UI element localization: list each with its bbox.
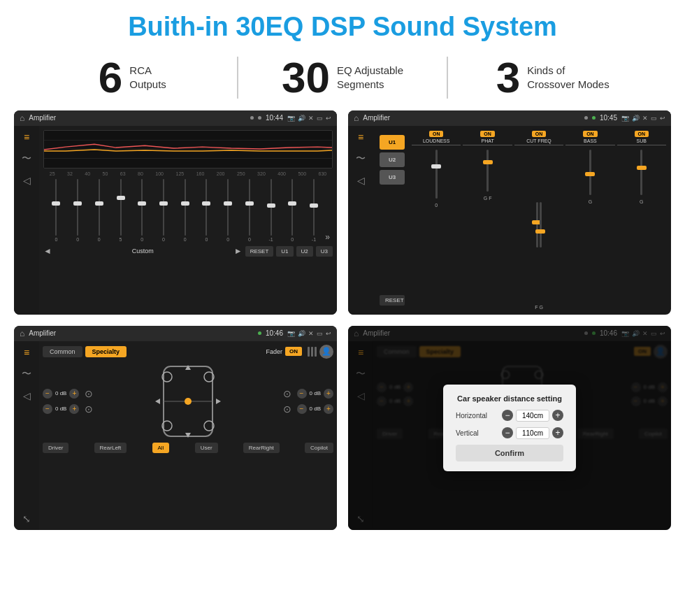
bass-slider[interactable]: [589, 150, 591, 195]
preset-u1[interactable]: U1: [380, 135, 405, 150]
vol-plus-3[interactable]: +: [324, 389, 333, 399]
slider-5[interactable]: 0: [132, 179, 152, 242]
dialog-horizontal-stepper[interactable]: − 140cm +: [502, 410, 563, 422]
slider-8[interactable]: 0: [196, 179, 217, 242]
cutfreq-slider-g[interactable]: [540, 202, 542, 248]
amp-presets: U1 U2 U3 RESET: [377, 129, 408, 311]
vol-plus-1[interactable]: +: [69, 389, 79, 399]
btn-all[interactable]: All: [152, 443, 170, 453]
screen3-time: 10:46: [266, 329, 283, 337]
bass-on[interactable]: ON: [583, 131, 598, 137]
slider-4[interactable]: 5: [110, 179, 131, 242]
reset-btn[interactable]: RESET: [245, 246, 274, 257]
fader-tabs: Common Specialty Fader ON 👤: [43, 345, 333, 359]
vertical-plus-btn[interactable]: +: [552, 427, 563, 438]
wave-icon-2[interactable]: 〜: [356, 152, 366, 165]
speaker-icon-3[interactable]: ◁: [23, 390, 31, 401]
loudness-label: LOUDNESS: [423, 138, 450, 143]
cutfreq-label: CUT FREQ: [526, 138, 551, 143]
tab-specialty[interactable]: Specialty: [85, 346, 127, 357]
phat-slider[interactable]: [486, 150, 489, 192]
sub-on[interactable]: ON: [635, 131, 649, 137]
slider-2[interactable]: 0: [68, 179, 88, 242]
btn-rearleft[interactable]: RearLeft: [94, 443, 127, 453]
bass-label: BASS: [584, 138, 597, 143]
camera-icon-2: 📷: [621, 115, 629, 122]
volume-icon-2: 🔊: [632, 115, 640, 122]
next-btn[interactable]: ►: [234, 246, 243, 256]
speaker-icon[interactable]: ◁: [23, 175, 31, 186]
btn-user[interactable]: User: [195, 443, 218, 453]
slider-12[interactable]: 0: [282, 179, 303, 242]
loudness-divider: [412, 145, 461, 145]
vol-minus-4[interactable]: −: [297, 404, 307, 414]
btn-rearright[interactable]: RearRight: [243, 443, 280, 453]
prev-btn[interactable]: ◄: [43, 246, 52, 256]
status-bar-2: ⌂ Amplifier 10:45 📷 🔊 ✕ ▭ ↩: [348, 110, 671, 126]
back-icon[interactable]: ↩: [326, 115, 331, 122]
expand-icon-3[interactable]: ⤡: [22, 513, 31, 524]
wave-icon[interactable]: 〜: [22, 152, 31, 165]
speaker-icon-2[interactable]: ◁: [357, 175, 365, 186]
screen3-sidebar: ≡ 〜 ◁ ⤡: [14, 341, 39, 530]
eq-icon-2[interactable]: ≡: [358, 131, 363, 143]
u3-btn[interactable]: U3: [316, 246, 333, 257]
svg-rect-0: [44, 131, 332, 168]
slider-3[interactable]: 0: [89, 179, 109, 242]
ctrl-bass: ON BASS G: [565, 131, 614, 310]
screen-eq: ⌂ Amplifier 10:44 📷 🔊 ✕ ▭ ↩ ≡ 〜 ◁: [14, 110, 337, 315]
fader-on-btn[interactable]: ON: [285, 347, 302, 356]
dialog-vertical-stepper[interactable]: − 110cm +: [502, 427, 563, 439]
vertical-minus-btn[interactable]: −: [502, 427, 513, 438]
home-icon-2[interactable]: ⌂: [354, 113, 359, 123]
back-icon-2[interactable]: ↩: [660, 115, 665, 122]
slider-1[interactable]: 0: [46, 179, 66, 242]
page-title: Buith-in 30EQ DSP Sound System: [0, 0, 685, 49]
vol-minus-3[interactable]: −: [297, 389, 307, 399]
slider-9[interactable]: 0: [218, 179, 238, 242]
stat-eq: 30 EQ Adjustable Segments: [252, 56, 433, 99]
slider-13[interactable]: -1: [304, 179, 324, 242]
cutfreq-slider-f[interactable]: [536, 202, 538, 248]
preset-u3[interactable]: U3: [380, 170, 405, 185]
screen2-title: Amplifier: [363, 114, 580, 122]
tab-common[interactable]: Common: [43, 346, 82, 357]
eq-bottom-bar: ◄ Custom ► RESET U1 U2 U3: [43, 246, 333, 257]
vol-plus-4[interactable]: +: [324, 404, 333, 414]
phat-on[interactable]: ON: [480, 131, 495, 137]
back-icon-3[interactable]: ↩: [326, 330, 331, 337]
expand-icon[interactable]: »: [325, 232, 330, 242]
slider-7[interactable]: 0: [175, 179, 195, 242]
stat-label-crossover: Kinds of Crossover Modes: [527, 64, 610, 91]
cutfreq-on[interactable]: ON: [532, 131, 547, 137]
loudness-on[interactable]: ON: [429, 131, 444, 137]
home-icon[interactable]: ⌂: [20, 113, 24, 123]
phat-val: G F: [484, 196, 492, 201]
horizontal-minus-btn[interactable]: −: [502, 410, 513, 421]
status-dot-4: [592, 116, 596, 120]
btn-copilot[interactable]: Copilot: [305, 443, 333, 453]
u1-btn[interactable]: U1: [276, 246, 293, 257]
stat-label-eq: EQ Adjustable Segments: [337, 64, 403, 91]
amp-reset-btn[interactable]: RESET: [380, 295, 405, 306]
vol-minus-1[interactable]: −: [43, 389, 52, 399]
home-icon-3[interactable]: ⌂: [20, 329, 24, 338]
loudness-slider[interactable]: [435, 150, 438, 199]
horizontal-plus-btn[interactable]: +: [552, 410, 563, 421]
vol-minus-2[interactable]: −: [43, 404, 52, 414]
wave-icon-3[interactable]: 〜: [22, 368, 31, 380]
u2-btn[interactable]: U2: [296, 246, 313, 257]
camera-icon-3: 📷: [287, 330, 295, 337]
vol-plus-2[interactable]: +: [69, 404, 79, 414]
slider-11[interactable]: -1: [261, 179, 281, 242]
slider-6[interactable]: 0: [154, 179, 174, 242]
confirm-button[interactable]: Confirm: [456, 445, 563, 461]
eq-icon-3[interactable]: ≡: [24, 347, 29, 358]
preset-u2[interactable]: U2: [380, 152, 405, 167]
screen2-time: 10:45: [600, 114, 617, 122]
slider-10[interactable]: 0: [239, 179, 259, 242]
btn-driver[interactable]: Driver: [43, 443, 68, 453]
sub-slider[interactable]: [640, 150, 642, 195]
user-icon[interactable]: 👤: [319, 345, 333, 359]
eq-icon[interactable]: ≡: [24, 131, 29, 143]
